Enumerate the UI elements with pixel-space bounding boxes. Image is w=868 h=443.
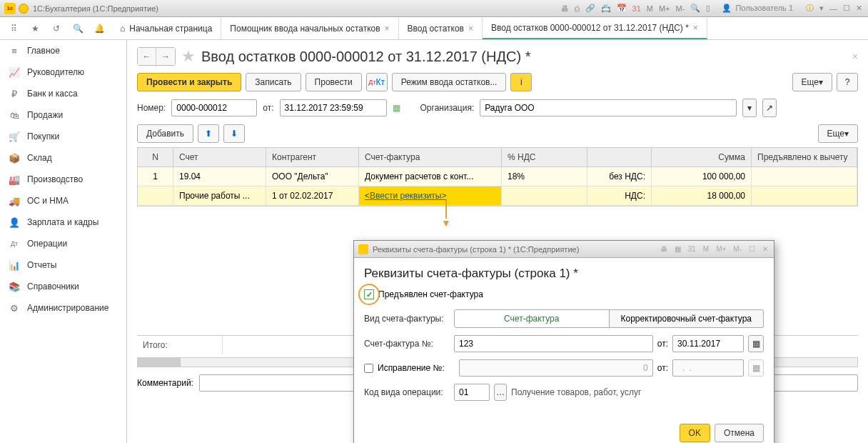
- maximize-button[interactable]: ☐: [842, 4, 852, 13]
- close-icon[interactable]: ×: [385, 24, 390, 34]
- zoom-icon[interactable]: 🔍: [689, 4, 702, 13]
- favorite-icon[interactable]: ★: [24, 18, 46, 39]
- calendar-button[interactable]: ▦: [748, 335, 764, 352]
- close-icon[interactable]: ×: [693, 23, 698, 33]
- more-button[interactable]: Еще ▾: [792, 73, 832, 91]
- sidebar-item-admin[interactable]: ⚙Администрирование: [0, 297, 126, 319]
- m-minus-icon[interactable]: M-: [675, 4, 687, 13]
- page-close-icon[interactable]: ×: [852, 51, 858, 62]
- calc-icon[interactable]: 📇: [600, 4, 612, 13]
- cell-invoice-link[interactable]: <Ввести реквизиты>: [359, 186, 502, 205]
- calc-icon[interactable]: ▦: [673, 245, 682, 253]
- date-icon[interactable]: 31: [631, 4, 642, 13]
- m-icon[interactable]: M: [645, 4, 655, 13]
- move-down-button[interactable]: ⬇: [223, 124, 245, 143]
- move-up-button[interactable]: ⬆: [198, 124, 219, 143]
- sidebar-item-manager[interactable]: 📈Руководителю: [0, 61, 126, 83]
- app-menu-dropdown[interactable]: [19, 4, 29, 14]
- post-and-close-button[interactable]: Провести и закрыть: [137, 73, 241, 91]
- calendar-icon[interactable]: 📅: [615, 4, 628, 13]
- m-icon[interactable]: M: [702, 245, 710, 253]
- m-plus-icon[interactable]: M+: [715, 245, 727, 253]
- op-code-input[interactable]: [454, 384, 490, 401]
- sidebar-item-hr[interactable]: 👤Зарплата и кадры: [0, 211, 126, 233]
- forward-button[interactable]: →: [156, 48, 175, 65]
- post-button[interactable]: Провести: [306, 73, 362, 91]
- sidebar-item-label: Отчеты: [27, 260, 56, 270]
- tab-home[interactable]: ⌂ Начальная страница: [113, 18, 221, 39]
- maximize-icon[interactable]: ☐: [747, 245, 757, 253]
- invoice-type-correction[interactable]: Корректировочный счет-фактура: [610, 309, 764, 328]
- dialog-footer: OK Отмена: [354, 417, 774, 443]
- correction-checkbox[interactable]: [364, 364, 373, 373]
- panel-icon[interactable]: ▯: [705, 4, 712, 13]
- close-icon[interactable]: ✕: [761, 245, 769, 253]
- op-select-button[interactable]: …: [494, 384, 507, 401]
- col-sum: Сумма: [652, 148, 752, 166]
- home-icon: ⌂: [120, 24, 125, 34]
- dtkt-button[interactable]: ДтКт: [366, 73, 388, 91]
- table-more-button[interactable]: Еще ▾: [818, 124, 858, 143]
- date-input[interactable]: [280, 99, 387, 116]
- sidebar-item-purchases[interactable]: 🛒Покупки: [0, 126, 126, 147]
- print-icon[interactable]: 🖶: [560, 4, 570, 13]
- star-icon[interactable]: ★: [181, 47, 196, 66]
- add-row-button[interactable]: Добавить: [137, 124, 193, 143]
- apps-grid-icon[interactable]: ⠿: [3, 18, 24, 39]
- close-icon[interactable]: ×: [468, 24, 473, 34]
- mode-button[interactable]: Режим ввода остатков...: [392, 73, 507, 91]
- minimize-button[interactable]: —: [828, 4, 839, 13]
- history-icon[interactable]: ↺: [46, 18, 67, 39]
- info-button[interactable]: i: [510, 73, 532, 91]
- tab-current[interactable]: Ввод остатков 0000-000012 от 31.12.2017 …: [483, 18, 707, 39]
- preview-icon[interactable]: ⎙: [573, 4, 581, 13]
- sidebar-item-main[interactable]: ≡Главное: [0, 40, 126, 61]
- info-icon[interactable]: ⓘ: [804, 3, 815, 14]
- date-icon[interactable]: 31: [687, 245, 697, 253]
- calendar-icon[interactable]: ▦: [393, 103, 400, 113]
- invoice-date-input[interactable]: [672, 335, 744, 352]
- tab-label: Начальная страница: [129, 24, 212, 34]
- save-button[interactable]: Записать: [246, 73, 301, 91]
- correction-date-input[interactable]: [672, 359, 744, 377]
- tab-assistant[interactable]: Помощник ввода начальных остатков ×: [221, 18, 398, 39]
- invoice-num-input[interactable]: [454, 335, 653, 352]
- invoice-type-standard[interactable]: Счет-фактура: [454, 309, 610, 328]
- sidebar-item-assets[interactable]: 🚚ОС и НМА: [0, 190, 126, 211]
- info-dd-icon[interactable]: ▾: [818, 4, 825, 13]
- presented-checkbox[interactable]: [364, 289, 374, 299]
- sidebar-item-catalogs[interactable]: 📚Справочники: [0, 276, 126, 297]
- notifications-icon[interactable]: 🔔: [89, 18, 110, 39]
- dtkt-icon: Дт: [9, 240, 20, 247]
- ok-button[interactable]: OK: [680, 424, 710, 442]
- tab-entries[interactable]: Ввод остатков ×: [399, 18, 483, 39]
- m-plus-icon[interactable]: M+: [657, 4, 672, 13]
- org-select-button[interactable]: ▾: [742, 99, 757, 117]
- sidebar-item-sales[interactable]: 🛍Продажи: [0, 104, 126, 126]
- invoice-date-label: от:: [657, 339, 668, 349]
- m-minus-icon[interactable]: M-: [732, 245, 743, 253]
- sidebar-item-operations[interactable]: ДтОперации: [0, 233, 126, 254]
- close-button[interactable]: ✕: [854, 4, 864, 13]
- back-button[interactable]: ←: [138, 48, 156, 65]
- factory-icon: 🏭: [9, 174, 20, 185]
- number-label: Номер:: [137, 103, 166, 113]
- sidebar-item-warehouse[interactable]: 📦Склад: [0, 147, 126, 169]
- comment-label: Комментарий:: [137, 378, 193, 388]
- sidebar-item-reports[interactable]: 📊Отчеты: [0, 254, 126, 276]
- table-row[interactable]: Прочие работы ... 1 от 02.02.2017 <Ввест…: [138, 186, 857, 206]
- correction-num-input[interactable]: [459, 359, 653, 377]
- org-open-button[interactable]: ↗: [762, 99, 777, 117]
- cancel-button[interactable]: Отмена: [715, 424, 764, 442]
- sidebar-item-bank[interactable]: ₽Банк и касса: [0, 83, 126, 104]
- print-icon[interactable]: 🖶: [659, 245, 669, 253]
- help-button[interactable]: ?: [837, 73, 858, 91]
- search-icon[interactable]: 🔍: [67, 18, 89, 39]
- truck-icon: 🚚: [9, 196, 20, 206]
- org-input[interactable]: [480, 99, 737, 116]
- number-input[interactable]: [171, 99, 257, 116]
- link-icon[interactable]: 🔗: [584, 4, 597, 13]
- table-row[interactable]: 1 19.04 ООО "Дельта" Документ расчетов с…: [138, 167, 857, 186]
- sidebar-item-production[interactable]: 🏭Производство: [0, 169, 126, 190]
- user-label[interactable]: 👤 Пользователь 1: [720, 4, 796, 13]
